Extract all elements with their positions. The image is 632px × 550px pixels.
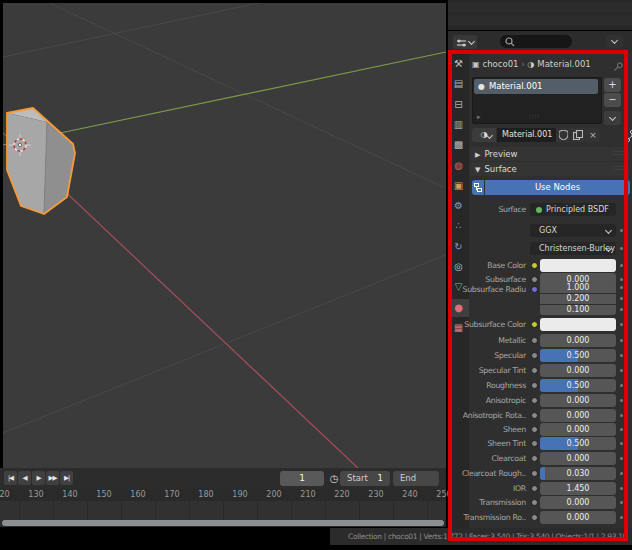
specular-socket-dot[interactable] (531, 352, 538, 359)
decorator-dot[interactable] (620, 384, 623, 387)
timeline-scrollbar[interactable] (2, 520, 444, 526)
auto-keying-clock-icon[interactable]: ◷ (327, 471, 341, 486)
nodetree-icon-button[interactable] (472, 180, 484, 195)
decorator-dot[interactable] (620, 414, 623, 417)
remove-slot-button[interactable]: − (604, 93, 621, 107)
unlink-material-button[interactable]: × (586, 128, 600, 142)
specular-tint-socket-dot[interactable] (531, 367, 538, 374)
subsurface-radius-field-0[interactable]: 1.000 (540, 283, 616, 293)
decorator-dot[interactable] (620, 229, 623, 232)
decorator-dot[interactable] (620, 247, 623, 250)
material-name-field[interactable]: Material.001 (497, 128, 560, 142)
decorator-dot[interactable] (620, 308, 623, 311)
sheen-tint-socket-dot[interactable] (531, 440, 538, 447)
slot-specials-dropdown[interactable] (604, 111, 621, 125)
frame-end-field[interactable]: End 250 (393, 471, 439, 486)
current-frame-field[interactable]: 1 (280, 471, 324, 486)
sheen-tint-slider[interactable]: 0.500 (540, 437, 616, 450)
base-color-socket-dot[interactable] (531, 262, 538, 269)
subsurface-method-dropdown[interactable]: Christensen-Burley (530, 242, 616, 255)
anisotropic-socket-dot[interactable] (531, 397, 538, 404)
decorator-dot[interactable] (620, 457, 623, 460)
subsurface-socket-dot[interactable] (531, 276, 538, 283)
decorator-dot[interactable] (620, 354, 623, 357)
roughness-slider[interactable]: 0.500 (540, 379, 616, 392)
transmission-roughness-value-field[interactable]: 0.000 (540, 511, 616, 524)
use-nodes-button[interactable]: Use Nodes (485, 180, 630, 195)
properties-search[interactable] (500, 35, 572, 48)
decorator-dot[interactable] (620, 472, 623, 475)
metallic-socket-dot[interactable] (531, 337, 538, 344)
subsurface-color-socket-dot[interactable] (531, 321, 538, 328)
clearcoat-value-field[interactable]: 0.000 (540, 452, 616, 465)
tab-tool tool-icon[interactable]: ⚒ (448, 55, 469, 73)
decorator-dot[interactable] (620, 428, 623, 431)
fake-user-shield-icon[interactable] (556, 128, 570, 142)
editor-type-dropdown[interactable] (453, 35, 477, 49)
material-slot-selected[interactable]: ●Material.001 (474, 79, 598, 94)
metallic-value-field[interactable]: 0.000 (540, 334, 616, 347)
clearcoat-roughness-slider[interactable]: 0.030 (540, 467, 616, 480)
list-resize-grip[interactable]: ∷∷ (529, 113, 540, 121)
ior-socket-dot[interactable] (531, 485, 538, 492)
subsurface-radius-socket-dot[interactable] (531, 286, 538, 293)
header-menu-button[interactable] (606, 35, 623, 48)
jump-to-end-button[interactable]: ▶| (60, 471, 73, 485)
tab-object object-icon[interactable]: ▣ (448, 177, 469, 195)
timeline-ruler[interactable]: 1201301401501601701801902002102202302402… (0, 489, 446, 501)
decorator-dot[interactable] (620, 264, 623, 267)
tab-view-layer view-layer-icon[interactable]: ▥ (448, 116, 469, 134)
decorator-dot[interactable] (620, 297, 623, 300)
breadcrumb-object[interactable]: choco01 (483, 59, 519, 69)
panel-drag-grip[interactable]: ∷∷ (614, 147, 626, 161)
tab-render render-icon[interactable]: ▤ (448, 75, 469, 93)
tab-scene scene-icon[interactable]: ▩ (448, 136, 469, 154)
subsurface-radius-field-2[interactable]: 0.100 (540, 305, 616, 315)
material-slot-list[interactable]: ●Material.001 ▸ ∷∷ (472, 77, 602, 124)
tab-world world-icon[interactable]: ◍ (448, 157, 469, 175)
3d-viewport[interactable] (3, 3, 446, 468)
decorator-dot[interactable] (620, 323, 623, 326)
decorator-dot[interactable] (620, 501, 623, 504)
tab-output output-icon[interactable]: ⊟ (448, 96, 469, 114)
play-button[interactable]: ▶ (32, 471, 45, 485)
decorator-dot[interactable] (620, 487, 623, 490)
decorator-dot[interactable] (620, 399, 623, 402)
mesh-object-choco01[interactable] (7, 108, 75, 214)
anisotropic-rotation-socket-dot[interactable] (531, 412, 538, 419)
decorator-dot[interactable] (620, 516, 623, 519)
decorator-dot[interactable] (620, 442, 623, 445)
sheen-socket-dot[interactable] (531, 426, 538, 433)
subsurface-color-swatch[interactable] (540, 318, 616, 331)
base-color-swatch[interactable] (540, 259, 616, 272)
material-specials-dropdown[interactable] (625, 128, 632, 142)
pin-icon[interactable] (612, 58, 624, 70)
anisotropic-value-field[interactable]: 0.000 (540, 394, 616, 407)
add-slot-button[interactable]: + (604, 78, 621, 92)
next-keyframe-button[interactable]: ▶▶ (46, 471, 59, 485)
panel-drag-grip[interactable]: ∷∷ (614, 162, 626, 176)
transmission-socket-dot[interactable] (531, 499, 538, 506)
decorator-dot[interactable] (620, 339, 623, 342)
play-reverse-button[interactable]: ◀ (18, 471, 31, 485)
new-material-copy-icon[interactable] (571, 128, 585, 142)
specular-tint-value-field[interactable]: 0.000 (540, 364, 616, 377)
clearcoat-socket-dot[interactable] (531, 455, 538, 462)
search-input[interactable] (516, 35, 572, 50)
distribution-dropdown[interactable]: GGX (530, 224, 616, 237)
transmission-value-field[interactable]: 0.000 (540, 496, 616, 509)
roughness-socket-dot[interactable] (531, 382, 538, 389)
decorator-dot[interactable] (620, 369, 623, 372)
clearcoat-roughness-socket-dot[interactable] (531, 470, 538, 477)
ior-value-field[interactable]: 1.450 (540, 482, 616, 495)
breadcrumb-material[interactable]: Material.001 (537, 59, 590, 69)
browse-material-button[interactable]: ◑ (472, 128, 496, 142)
list-filter-toggle[interactable]: ▸ (477, 113, 481, 121)
preview-panel-header[interactable]: ▶Preview ∷∷ (470, 147, 630, 161)
sheen-value-field[interactable]: 0.000 (540, 423, 616, 436)
decorator-dot[interactable] (620, 278, 623, 281)
timeline-track[interactable] (0, 501, 446, 520)
surface-panel-header[interactable]: ▼Surface ∷∷ (470, 162, 630, 176)
decorator-dot[interactable] (620, 286, 623, 289)
transmission-roughness-socket-dot[interactable] (531, 514, 538, 521)
